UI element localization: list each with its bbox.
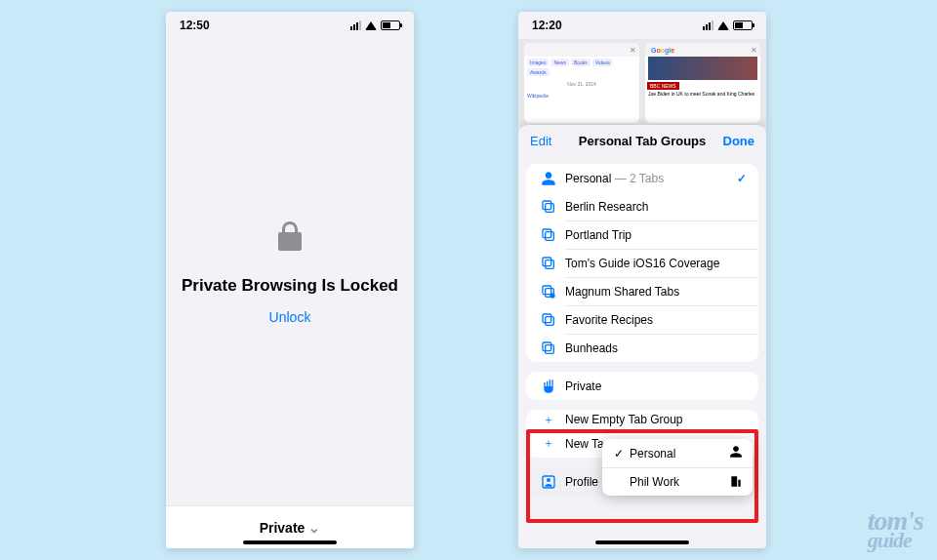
- thumbnail-link: Wikipedia: [524, 88, 639, 100]
- plus-icon: ＋: [538, 435, 559, 452]
- home-indicator: [243, 540, 337, 544]
- tab-thumbnail[interactable]: ✕ ImagesNewsBooksVideosAwards Nov 21, 20…: [524, 43, 639, 123]
- checkmark-icon: ✓: [612, 447, 626, 460]
- new-empty-tab-group[interactable]: ＋ New Empty Tab Group: [526, 410, 758, 429]
- close-icon[interactable]: ✕: [630, 46, 636, 55]
- tab-group-item[interactable]: Berlin Research: [526, 192, 758, 220]
- svg-point-8: [550, 293, 554, 298]
- tab-group-label: Favorite Recipes: [565, 313, 747, 327]
- svg-rect-3: [543, 229, 551, 238]
- svg-rect-10: [543, 314, 551, 323]
- lock-icon: [276, 220, 304, 257]
- option-label: Personal: [630, 447, 675, 460]
- tab-group-item[interactable]: Magnum Shared Tabs: [526, 277, 758, 305]
- svg-rect-4: [546, 260, 554, 268]
- status-time: 12:20: [532, 19, 562, 32]
- battery-icon: [381, 20, 400, 30]
- shared-tabs-icon: [538, 284, 559, 300]
- tabs-icon: [538, 340, 559, 356]
- profile-option-personal[interactable]: ✓Personal: [602, 439, 753, 467]
- tabs-icon: [538, 256, 559, 271]
- svg-rect-9: [546, 316, 554, 325]
- tab-group-personal[interactable]: Personal — 2 Tabs ✓: [526, 164, 758, 192]
- tab-group-label: Private: [260, 520, 306, 536]
- status-bar: 12:50: [166, 12, 414, 39]
- done-button[interactable]: Done: [723, 134, 755, 148]
- tab-group-meta: — 2 Tabs: [611, 172, 664, 185]
- tabs-icon: [538, 227, 559, 243]
- wifi-icon: [365, 21, 377, 30]
- building-icon: [729, 474, 743, 491]
- wifi-icon: [717, 21, 729, 30]
- profile-popover: ✓Personal Phil Work: [602, 439, 753, 496]
- tab-thumbnail[interactable]: Google✕ BBC NEWS Joe Biden in UK to meet…: [645, 43, 760, 123]
- home-indicator: [595, 540, 689, 544]
- profile-icon: [538, 474, 559, 490]
- status-icons: [703, 20, 753, 30]
- private-browsing-locked: Private Browsing Is Locked Unlock: [166, 39, 414, 505]
- phone-right: 12:20 ✕ ImagesNewsBooksVideosAwards Nov …: [518, 12, 766, 548]
- tab-group-private[interactable]: Private: [526, 372, 758, 400]
- edit-button[interactable]: Edit: [530, 134, 551, 148]
- tab-group-label: Portland Trip: [565, 228, 747, 242]
- svg-rect-12: [543, 342, 551, 351]
- tab-group-label: Tom's Guide iOS16 Coverage: [565, 257, 747, 270]
- svg-rect-7: [543, 286, 551, 295]
- private-group: Private: [526, 372, 758, 400]
- svg-point-14: [547, 478, 550, 482]
- hand-icon: [538, 379, 559, 394]
- thumbnail-subtitle: Nov 21, 2014: [524, 78, 639, 88]
- tab-groups-list: Personal — 2 Tabs ✓ Berlin ResearchPortl…: [526, 164, 758, 362]
- status-icons: [350, 20, 400, 30]
- cellular-icon: [703, 20, 713, 30]
- tabs-icon: [538, 199, 559, 215]
- svg-rect-1: [543, 201, 551, 210]
- plus-icon: ＋: [538, 412, 559, 428]
- tab-group-label: Berlin Research: [565, 200, 747, 214]
- watermark: tom's guide: [868, 509, 923, 550]
- svg-rect-2: [546, 231, 554, 240]
- tab-group-label: Personal: [565, 172, 611, 185]
- tab-groups-sheet: Edit Personal Tab Groups Done Personal —…: [518, 125, 766, 548]
- profile-option-work[interactable]: Phil Work: [602, 467, 753, 496]
- tab-group-item[interactable]: Tom's Guide iOS16 Coverage: [526, 249, 758, 277]
- option-label: Phil Work: [630, 475, 679, 489]
- chevron-down-icon: ⌄: [308, 520, 320, 536]
- tab-group-item[interactable]: Portland Trip: [526, 220, 758, 249]
- person-icon: [729, 445, 743, 461]
- tab-group-label: Bunheads: [565, 341, 747, 355]
- status-time: 12:50: [180, 19, 210, 32]
- tab-group-label: Private: [565, 380, 747, 393]
- tab-thumbnails: ✕ ImagesNewsBooksVideosAwards Nov 21, 20…: [518, 39, 766, 127]
- sheet-header: Edit Personal Tab Groups Done: [518, 125, 766, 156]
- close-icon[interactable]: ✕: [751, 46, 757, 55]
- phone-left: 12:50 Private Browsing Is Locked Unlock …: [166, 12, 414, 548]
- checkmark-icon: ✓: [737, 172, 747, 185]
- svg-rect-5: [543, 258, 551, 266]
- person-icon: [538, 171, 559, 186]
- menu-label: New Empty Tab Group: [565, 413, 747, 426]
- thumbnail-headline: Joe Biden in UK to meet Sunak and King C…: [645, 92, 760, 98]
- tab-group-item[interactable]: Bunheads: [526, 334, 758, 362]
- thumbnail-source: BBC NEWS: [647, 82, 679, 90]
- tabs-icon: [538, 312, 559, 328]
- tab-group-item[interactable]: Favorite Recipes: [526, 305, 758, 334]
- tab-group-label: Magnum Shared Tabs: [565, 285, 747, 299]
- locked-title: Private Browsing Is Locked: [182, 276, 398, 296]
- unlock-button[interactable]: Unlock: [269, 309, 311, 325]
- cellular-icon: [350, 20, 361, 30]
- status-bar: 12:20: [518, 12, 766, 39]
- svg-rect-0: [546, 203, 554, 212]
- battery-icon: [733, 20, 753, 30]
- svg-rect-11: [546, 344, 554, 353]
